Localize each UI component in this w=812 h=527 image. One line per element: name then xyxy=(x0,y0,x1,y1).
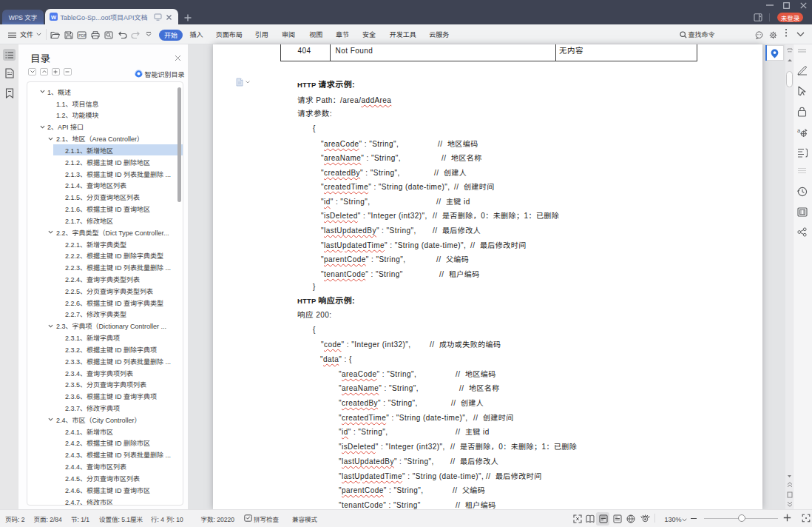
svg-text:a: a xyxy=(797,127,801,134)
